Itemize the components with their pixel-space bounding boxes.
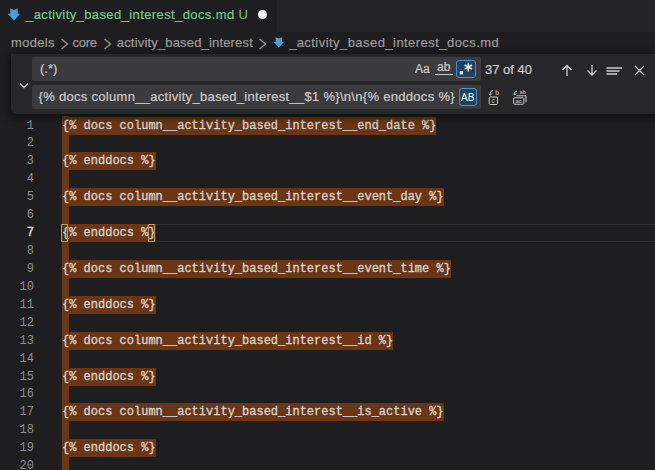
- svg-text:b: b: [495, 89, 499, 96]
- svg-text:c: c: [491, 97, 495, 104]
- svg-text:ab: ab: [519, 89, 525, 95]
- svg-text:ac: ac: [515, 98, 521, 104]
